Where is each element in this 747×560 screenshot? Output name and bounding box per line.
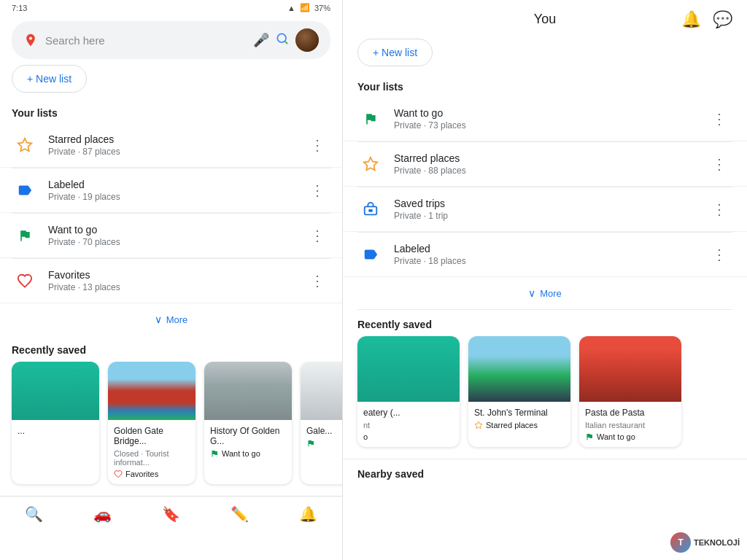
list-info: Labeled Private · 19 places: [48, 179, 304, 202]
card-sub: Closed · Tourist informat...: [114, 449, 190, 467]
list-meta: Private · 13 places: [48, 282, 304, 292]
list-meta: Private · 70 places: [48, 237, 304, 247]
list-info: Favorites Private · 13 places: [48, 269, 304, 292]
more-options-icon[interactable]: ⋮: [706, 107, 732, 131]
right-panel-title: You: [534, 12, 556, 27]
chevron-down-icon: ∨: [528, 287, 535, 299]
saved-card[interactable]: Golden Gate Bridge... Closed · Tourist i…: [108, 362, 196, 484]
list-info: Saved trips Private · 1 trip: [394, 198, 706, 221]
right-your-lists-title: Your lists: [343, 72, 747, 97]
list-name: Starred places: [48, 133, 304, 145]
wifi-icon: 📶: [300, 3, 310, 12]
list-name: Labeled: [394, 243, 706, 254]
saved-card[interactable]: ...: [12, 362, 99, 484]
new-list-wrapper: + New list: [343, 39, 747, 72]
list-meta: Private · 19 places: [48, 192, 304, 202]
more-options-icon[interactable]: ⋮: [304, 224, 330, 247]
your-lists-title: Your lists: [0, 98, 342, 123]
card-image: [204, 362, 292, 420]
more-options-icon[interactable]: ⋮: [304, 133, 330, 157]
right-header: You 🔔 💬: [343, 0, 747, 39]
battery-icon: 37%: [314, 4, 330, 12]
more-options-icon[interactable]: ⋮: [304, 269, 330, 292]
right-saved-card[interactable]: St. John's Terminal Starred places: [468, 336, 570, 447]
card-image: [108, 362, 196, 420]
message-icon[interactable]: 💬: [713, 10, 732, 29]
more-options-icon[interactable]: ⋮: [706, 152, 732, 176]
right-panel: You 🔔 💬 + New list Your lists Want to go…: [343, 0, 747, 560]
maps-logo-icon: [23, 33, 38, 47]
list-info: Labeled Private · 18 places: [394, 243, 706, 266]
list-meta: Private · 88 places: [394, 166, 706, 176]
card-name: ...: [18, 426, 93, 436]
list-info: Want to go Private · 73 places: [394, 107, 706, 131]
new-list-button-right[interactable]: + New list: [357, 39, 433, 66]
more-options-icon[interactable]: ⋮: [706, 243, 732, 266]
list-item[interactable]: Labeled Private · 18 places ⋮: [343, 233, 747, 277]
card-image: [579, 336, 681, 402]
card-tag: [306, 439, 342, 448]
list-name: Want to go: [394, 107, 706, 119]
saved-cards-list: ... Golden Gate Bridge... Closed · Touri…: [0, 362, 342, 496]
left-panel: 7:13 ▲ 📶 37% Search here 🎤 + New list: [0, 0, 343, 560]
saved-icon: 🔖: [162, 505, 180, 523]
card-name: Gale...: [306, 426, 342, 436]
notification-icon[interactable]: 🔔: [681, 10, 701, 29]
search-actions: 🎤: [253, 28, 319, 52]
svg-point-0: [277, 34, 286, 42]
saved-card[interactable]: History Of Golden G... Want to go: [204, 362, 292, 484]
list-item[interactable]: Favorites Private · 13 places ⋮: [0, 259, 342, 303]
right-saved-cards-list: eatery (... nt o St. John's Terminal Sta…: [343, 336, 747, 459]
label-icon: [12, 177, 38, 203]
contribute-icon: ✏️: [231, 505, 249, 523]
nav-saved[interactable]: 🔖: [153, 502, 189, 526]
flag-icon: [357, 106, 384, 132]
right-saved-card[interactable]: Pasta de Pasta Italian restaurant Want t…: [579, 336, 681, 447]
list-item[interactable]: Saved trips Private · 1 trip ⋮: [343, 187, 747, 232]
card-image: [357, 336, 460, 402]
more-button[interactable]: ∨ More: [0, 303, 342, 335]
card-name: History Of Golden G...: [210, 426, 286, 446]
more-options-icon[interactable]: ⋮: [304, 179, 330, 202]
avatar[interactable]: [295, 28, 319, 52]
search-placeholder: Search here: [45, 34, 246, 47]
right-saved-card[interactable]: eatery (... nt o: [357, 336, 460, 447]
more-button-right[interactable]: ∨ More: [343, 277, 747, 309]
trips-icon: [357, 196, 384, 222]
updates-icon: 🔔: [299, 505, 317, 523]
search-bar[interactable]: Search here 🎤: [12, 21, 330, 59]
card-image: [12, 362, 99, 420]
status-icons: ▲ 📶 37%: [287, 3, 330, 12]
list-meta: Private · 87 places: [48, 147, 304, 157]
card-tag: Want to go: [585, 432, 676, 441]
lens-icon[interactable]: [275, 31, 290, 50]
card-sub: nt: [363, 421, 454, 429]
list-item[interactable]: Starred places Private · 88 places ⋮: [343, 142, 747, 187]
new-list-button[interactable]: + New list: [12, 65, 87, 93]
watermark-icon: T: [670, 532, 691, 553]
saved-card[interactable]: Gale...: [301, 362, 342, 484]
nav-updates[interactable]: 🔔: [290, 502, 326, 526]
nav-contribute[interactable]: ✏️: [222, 502, 258, 526]
commute-icon: 🚗: [93, 505, 112, 523]
card-tag: Favorites: [114, 470, 190, 478]
list-item[interactable]: Labeled Private · 19 places ⋮: [0, 168, 342, 213]
card-tag: Want to go: [210, 449, 286, 458]
status-time: 7:13: [12, 4, 27, 12]
watermark: T TEKNOLOJİ: [670, 532, 740, 553]
nav-explore[interactable]: 🔍: [16, 502, 52, 526]
list-name: Saved trips: [394, 198, 706, 209]
card-image: [468, 336, 570, 402]
list-item[interactable]: Starred places Private · 87 places ⋮: [0, 123, 342, 168]
card-name: Pasta de Pasta: [585, 408, 676, 418]
explore-icon: 🔍: [25, 505, 43, 523]
list-item[interactable]: Want to go Private · 70 places ⋮: [0, 214, 342, 258]
list-item[interactable]: Want to go Private · 73 places ⋮: [343, 97, 747, 141]
bottom-nav: 🔍 🚗 🔖 ✏️ 🔔: [0, 496, 342, 532]
list-name: Starred places: [394, 152, 706, 164]
signal-icon: ▲: [287, 4, 295, 12]
nav-commute[interactable]: 🚗: [85, 502, 120, 526]
more-options-icon[interactable]: ⋮: [706, 198, 732, 221]
right-recently-saved-title: Recently saved: [343, 310, 747, 336]
mic-icon[interactable]: 🎤: [253, 32, 269, 48]
